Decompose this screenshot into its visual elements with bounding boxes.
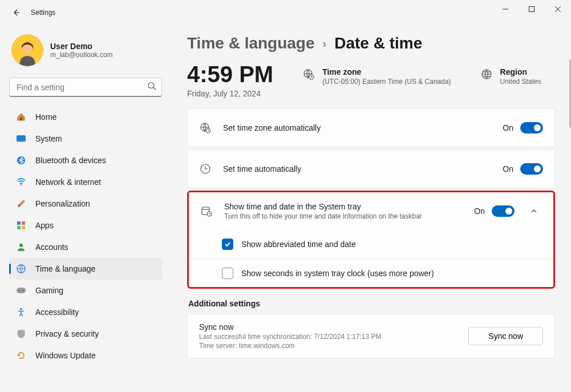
- checkbox-seconds[interactable]: [222, 268, 233, 279]
- section-header: Additional settings: [188, 299, 555, 308]
- maximize-button[interactable]: [519, 0, 545, 18]
- close-button[interactable]: [545, 0, 571, 18]
- person-icon: [16, 243, 26, 252]
- sidebar-item-apps[interactable]: Apps: [9, 215, 162, 236]
- sidebar-item-gaming[interactable]: Gaming: [9, 280, 162, 301]
- search-icon: [148, 82, 156, 93]
- globe-icon: [481, 68, 492, 82]
- svg-point-5: [23, 45, 32, 54]
- setting-abbrev-time[interactable]: Show abbreviated time and date: [189, 230, 553, 258]
- sidebar-item-label: Accounts: [35, 243, 68, 252]
- wifi-icon: [16, 178, 26, 186]
- sidebar-item-label: Accessibility: [35, 308, 79, 317]
- home-icon: [16, 112, 26, 122]
- setting-title: Set time zone automatically: [223, 123, 491, 132]
- chevron-right-icon: ›: [323, 37, 327, 50]
- clock-icon: [199, 163, 212, 175]
- globe-clock-icon: [199, 122, 212, 134]
- sync-title: Sync now: [199, 322, 457, 332]
- svg-point-6: [148, 83, 154, 88]
- sidebar-item-network[interactable]: Network & internet: [9, 171, 162, 193]
- user-card[interactable]: User Demo m_lab@outlook.com: [7, 32, 164, 73]
- svg-rect-16: [22, 226, 25, 229]
- system-icon: [16, 135, 26, 142]
- svg-rect-9: [17, 136, 26, 142]
- sidebar-item-time-language[interactable]: Time & language: [9, 258, 162, 280]
- sidebar-item-personalization[interactable]: Personalization: [9, 193, 162, 215]
- sidebar-item-windows-update[interactable]: Windows Update: [9, 345, 162, 366]
- toggle-systray-time[interactable]: [492, 205, 515, 217]
- sync-server: Time server: time.windows.com: [199, 342, 457, 350]
- sidebar-item-privacy[interactable]: Privacy & security: [9, 323, 162, 345]
- svg-rect-1: [529, 7, 534, 12]
- setting-subtitle: Turn this off to hide your time and date…: [224, 212, 463, 220]
- breadcrumb-parent[interactable]: Time & language: [187, 34, 315, 52]
- svg-point-12: [21, 184, 22, 185]
- sidebar-item-label: Gaming: [35, 286, 63, 295]
- search-input[interactable]: [9, 78, 162, 97]
- setting-systray-time[interactable]: Show time and date in the System tray Tu…: [189, 192, 553, 230]
- sidebar-item-label: System: [35, 134, 62, 143]
- timezone-value: (UTC-05:00) Eastern Time (US & Canada): [322, 78, 451, 86]
- highlighted-section: Show time and date in the System tray Tu…: [187, 191, 555, 289]
- sidebar-item-home[interactable]: Home: [9, 106, 162, 128]
- setting-auto-time[interactable]: Set time automatically On: [188, 150, 554, 188]
- svg-rect-19: [17, 288, 26, 293]
- svg-rect-13: [17, 221, 21, 225]
- sync-now-row: Sync now Last successful time synchroniz…: [188, 314, 554, 358]
- update-icon: [16, 351, 26, 360]
- breadcrumb: Time & language › Date & time: [187, 34, 555, 52]
- sidebar-item-accessibility[interactable]: Accessibility: [9, 301, 162, 323]
- paint-icon: [16, 199, 26, 208]
- setting-auto-timezone[interactable]: Set time zone automatically On: [188, 109, 554, 147]
- chevron-up-icon: [530, 207, 538, 215]
- toggle-state-label: On: [503, 123, 513, 132]
- gamepad-icon: [16, 287, 26, 294]
- svg-point-20: [18, 290, 19, 291]
- checkbox-label: Show abbreviated time and date: [241, 240, 356, 249]
- svg-rect-15: [17, 226, 21, 229]
- sidebar-item-system[interactable]: System: [9, 128, 162, 149]
- svg-point-17: [19, 244, 23, 247]
- sidebar-item-label: Personalization: [35, 199, 90, 208]
- arrow-left-icon: [11, 8, 21, 17]
- minimize-button[interactable]: [492, 0, 519, 18]
- globe-clock-icon: [303, 68, 314, 82]
- expand-button[interactable]: [526, 207, 542, 215]
- sidebar-item-label: Network & internet: [35, 177, 101, 187]
- svg-line-7: [153, 88, 156, 90]
- setting-show-seconds[interactable]: Show seconds in system tray clock (uses …: [189, 258, 553, 287]
- toggle-state-label: On: [474, 207, 485, 216]
- page-title: Date & time: [334, 34, 422, 52]
- accessibility-icon: [16, 308, 26, 317]
- svg-rect-10: [17, 142, 26, 142]
- sync-now-button[interactable]: Sync now: [468, 327, 543, 345]
- sidebar-item-accounts[interactable]: Accounts: [9, 236, 162, 258]
- sidebar-item-label: Bluetooth & devices: [35, 156, 106, 165]
- calendar-clock-icon: [200, 205, 213, 217]
- svg-rect-14: [22, 221, 25, 225]
- bluetooth-icon: [16, 156, 26, 165]
- region-label: Region: [500, 67, 541, 76]
- avatar-image: [11, 34, 43, 66]
- shield-icon: [16, 329, 26, 338]
- sidebar-item-label: Time & language: [35, 264, 95, 273]
- sidebar-item-label: Windows Update: [35, 351, 96, 360]
- toggle-auto-timezone[interactable]: [520, 122, 543, 134]
- avatar: [11, 34, 43, 66]
- back-button[interactable]: [6, 2, 26, 23]
- setting-title: Set time automatically: [223, 164, 491, 173]
- setting-title: Show time and date in the System tray: [224, 202, 463, 211]
- sidebar-item-label: Home: [35, 112, 56, 122]
- window-title: Settings: [31, 9, 55, 17]
- user-name: User Demo: [50, 42, 113, 51]
- sync-last: Last successful time synchronization: 7/…: [199, 333, 457, 341]
- current-date: Friday, July 12, 2024: [187, 89, 273, 98]
- toggle-auto-time[interactable]: [520, 163, 543, 175]
- toggle-state-label: On: [503, 164, 513, 173]
- checkbox-abbrev[interactable]: [222, 239, 233, 250]
- sidebar-item-label: Apps: [35, 221, 54, 230]
- check-icon: [224, 241, 231, 248]
- timezone-label: Time zone: [322, 67, 451, 76]
- sidebar-item-bluetooth[interactable]: Bluetooth & devices: [9, 149, 162, 171]
